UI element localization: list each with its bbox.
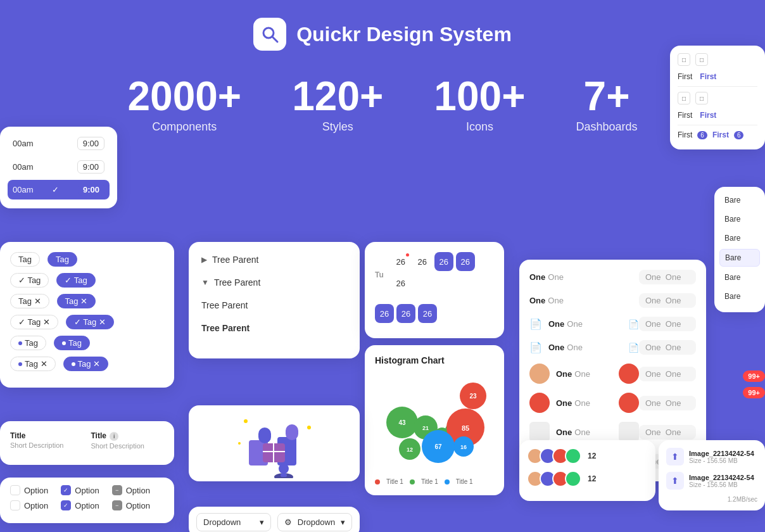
cal-day-26-b2[interactable]: 26 xyxy=(396,304,415,323)
bare-item-1[interactable]: Bare xyxy=(719,192,760,208)
tag-check-x-1[interactable]: ✓ Tag ✕ xyxy=(10,315,58,329)
tab-icon-3[interactable]: □ xyxy=(678,92,690,104)
list-input-1[interactable]: One One xyxy=(639,270,696,284)
cal-day-26-1[interactable]: 26 xyxy=(391,252,410,271)
checkbox-unchecked-1[interactable]: Option xyxy=(10,485,48,495)
cal-day-26-3[interactable]: 26 xyxy=(391,274,410,293)
tag-dot-1[interactable]: Tag xyxy=(10,336,46,350)
dropdown-btn-1[interactable]: Dropdown ▾ xyxy=(196,513,271,531)
tag-dot-filled-1[interactable]: Tag xyxy=(54,336,90,350)
legend-label-2: Title 1 xyxy=(421,478,438,485)
checkbox-unchecked-2[interactable]: Option xyxy=(10,500,48,510)
checkbox-minus-1[interactable]: − Option xyxy=(112,485,150,495)
tree-label-1: Tree Parent xyxy=(212,255,258,265)
tag-x-filled-1[interactable]: Tag ✕ xyxy=(57,294,96,308)
tag-check-filled-1[interactable]: ✓ Tag xyxy=(56,273,95,288)
time-row-2[interactable]: 00am 9:00 xyxy=(8,156,110,177)
tag-x-1[interactable]: Tag ✕ xyxy=(10,294,49,308)
list-input-3[interactable]: One One xyxy=(639,317,696,331)
list-input-6[interactable]: One One xyxy=(639,396,696,410)
checkbox-checked-1[interactable]: ✓ Option xyxy=(61,485,99,495)
avatar-row-1: 12 xyxy=(527,448,648,464)
tag-plain-1[interactable]: Tag xyxy=(10,252,40,267)
cal-day-26-b3[interactable]: 26 xyxy=(418,304,437,323)
list-label-light-6: One xyxy=(574,398,590,408)
list-input-7[interactable]: One One xyxy=(639,425,696,440)
list-right-1: One One xyxy=(639,270,696,284)
bare-item-3[interactable]: Bare xyxy=(719,230,760,246)
tab-label-first-active-3[interactable]: First xyxy=(712,130,729,139)
tag-check-x-filled-1[interactable]: ✓ Tag ✕ xyxy=(66,315,114,329)
list-input-4[interactable]: One One xyxy=(639,340,696,355)
tree-item-1[interactable]: ▶ Tree Parent xyxy=(201,255,347,265)
svg-line-1 xyxy=(272,37,277,42)
dropdown-btn-2[interactable]: ⚙ Dropdown ▾ xyxy=(277,513,352,531)
tab-label-first-3[interactable]: First xyxy=(678,130,692,139)
file-row-2: ⬆ Image_22134242-54 Size - 156.56 MB xyxy=(666,472,757,490)
bare-item-4-highlight[interactable]: Bare xyxy=(719,249,760,267)
svg-rect-5 xyxy=(286,424,298,440)
checkbox-row-2: Option ✓ Option − Option xyxy=(10,500,164,510)
svg-point-13 xyxy=(279,464,289,474)
tab-icon-1[interactable]: □ xyxy=(678,53,690,66)
checkbox-box-6[interactable]: − xyxy=(112,500,122,510)
checkbox-box-2[interactable]: ✓ xyxy=(61,485,71,495)
tag-check-1[interactable]: ✓ Tag xyxy=(10,273,49,288)
bubble-chart-svg: 43 21 3 8 23 85 16 12 67 xyxy=(375,372,494,470)
cal-day-26-active-1[interactable]: 26 xyxy=(434,252,453,271)
list-right-7: One One xyxy=(619,422,696,442)
calendar-day-label: Tu xyxy=(375,270,384,279)
cal-day-26-active-2[interactable]: 26 xyxy=(456,252,475,271)
tag-dot-x-1[interactable]: Tag ✕ xyxy=(10,357,56,371)
tab-label-first-active-1[interactable]: First xyxy=(700,72,716,81)
tab-badge-row: First 6 First 6 xyxy=(678,130,757,139)
list-input-2[interactable]: One One xyxy=(639,293,696,308)
dropdown-icon-2: ⚙ xyxy=(284,517,292,527)
file-row-1: ⬆ Image_22134242-54 Size - 156.56 MB xyxy=(666,448,757,466)
checkbox-box-5[interactable]: ✓ xyxy=(61,500,71,510)
file-speed: 1.2MB/sec xyxy=(666,496,757,503)
form-label-1: Title xyxy=(10,431,84,440)
checkbox-minus-2[interactable]: − Option xyxy=(112,500,150,510)
time-picker-card: 00am 9:00 00am 9:00 00am ✓ 9:00 xyxy=(0,127,117,208)
cal-day-26-2[interactable]: 26 xyxy=(413,252,432,271)
time-row-1[interactable]: 00am 9:00 xyxy=(8,133,110,154)
list-box-right-1 xyxy=(619,422,639,442)
list-input-5[interactable]: One One xyxy=(639,367,696,381)
file-name-2: Image_22134242-54 xyxy=(689,474,754,481)
tab-label-first-active-2[interactable]: First xyxy=(700,111,716,120)
tab-icon-2[interactable]: □ xyxy=(695,53,708,66)
list-avatar-right-2 xyxy=(619,393,639,413)
avatar-row-2: 12 xyxy=(527,471,648,487)
list-right-4: 📄 One One xyxy=(628,340,696,355)
tab-icon-4[interactable]: □ xyxy=(695,92,708,104)
stat-label-components: Components xyxy=(127,120,241,134)
checkbox-row-1: Option ✓ Option − Option xyxy=(10,485,164,495)
cal-day-26-b1[interactable]: 26 xyxy=(375,304,394,323)
tag-filled-1[interactable]: Tag xyxy=(47,252,77,267)
tab-label-first-2[interactable]: First xyxy=(678,111,692,120)
tree-label-3: Tree Parent xyxy=(201,300,248,310)
list-row-3: 📄 One One 📄 One One xyxy=(529,317,696,331)
tag-row-6: Tag ✕ Tag ✕ xyxy=(10,357,164,371)
time-row-3[interactable]: 00am ✓ 9:00 xyxy=(8,180,110,200)
bare-item-6[interactable]: Bare xyxy=(719,288,760,305)
tree-item-3[interactable]: Tree Parent xyxy=(201,300,347,310)
checkbox-label-5: Option xyxy=(75,501,99,510)
tab-label-first-1[interactable]: First xyxy=(678,72,692,81)
checkbox-checked-2[interactable]: ✓ Option xyxy=(61,500,99,510)
checkbox-box-1[interactable] xyxy=(10,485,20,495)
tree-item-2[interactable]: ▼ Tree Parent xyxy=(201,277,347,288)
checkbox-box-3[interactable]: − xyxy=(112,485,122,495)
checkbox-box-4[interactable] xyxy=(10,500,20,510)
tag-dot-x-filled-1[interactable]: Tag ✕ xyxy=(63,357,109,371)
avatar-stack-1 xyxy=(527,448,581,464)
file-icon-1: ⬆ xyxy=(666,448,684,466)
bare-item-2[interactable]: Bare xyxy=(719,211,760,227)
tab-badge-1: 6 xyxy=(697,131,707,139)
checkbox-label-6: Option xyxy=(126,501,150,510)
tree-item-4[interactable]: Tree Parent xyxy=(201,323,347,333)
bare-item-5[interactable]: Bare xyxy=(719,269,760,286)
time-value-2: 9:00 xyxy=(77,160,104,174)
list-group-4: One One xyxy=(548,343,583,352)
